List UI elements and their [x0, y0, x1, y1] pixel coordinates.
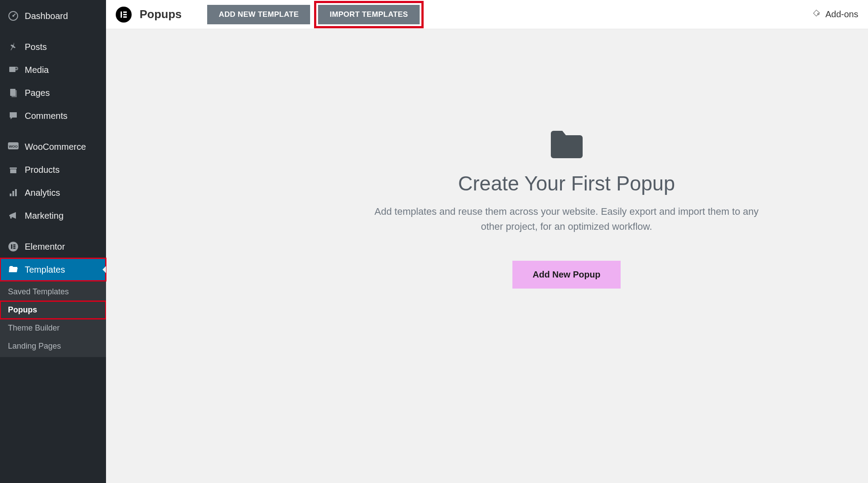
svg-rect-5	[17, 68, 18, 69]
sidebar-item-label: Posts	[25, 42, 47, 52]
sidebar-item-label: Analytics	[25, 188, 60, 198]
svg-point-3	[15, 67, 18, 70]
sidebar-submenu: Saved Templates Popups Theme Builder Lan…	[0, 281, 106, 357]
sidebar-sub-label: Theme Builder	[8, 323, 60, 332]
sidebar-sub-theme-builder[interactable]: Theme Builder	[0, 319, 106, 337]
sidebar-sub-popups[interactable]: Popups	[0, 301, 106, 319]
svg-rect-21	[123, 11, 127, 13]
sidebar-item-posts[interactable]: Posts	[0, 35, 106, 58]
elementor-logo-icon	[116, 7, 132, 23]
sidebar-sub-label: Popups	[8, 305, 37, 314]
sidebar-item-label: WooCommerce	[25, 142, 86, 152]
sidebar-item-label: Elementor	[25, 242, 65, 252]
sidebar-item-woocommerce[interactable]: WOO WooCommerce	[0, 135, 106, 158]
woocommerce-icon: WOO	[7, 141, 19, 153]
svg-rect-4	[15, 68, 16, 69]
sidebar-item-label: Templates	[25, 265, 65, 275]
svg-rect-11	[10, 169, 16, 173]
sidebar-item-products[interactable]: Products	[0, 158, 106, 181]
pin-icon	[7, 41, 19, 53]
folder-icon	[368, 131, 766, 158]
svg-rect-19	[13, 248, 15, 249]
svg-rect-13	[12, 191, 14, 196]
content-area: Create Your First Popup Add templates an…	[106, 29, 868, 483]
sidebar-item-elementor[interactable]: Elementor	[0, 235, 106, 258]
svg-rect-23	[123, 16, 127, 18]
svg-rect-14	[15, 189, 17, 196]
sidebar-item-label: Marketing	[25, 211, 64, 221]
sidebar-item-label: Comments	[25, 111, 68, 121]
svg-rect-18	[13, 246, 15, 247]
elementor-icon	[7, 240, 19, 253]
svg-rect-20	[121, 11, 122, 18]
main-area: Popups ADD NEW TEMPLATE IMPORT TEMPLATES…	[106, 0, 868, 483]
comment-icon	[7, 110, 19, 122]
sidebar-item-marketing[interactable]: Marketing	[0, 204, 106, 227]
dashboard-icon	[7, 10, 19, 22]
sidebar-item-label: Products	[25, 165, 60, 175]
topbar: Popups ADD NEW TEMPLATE IMPORT TEMPLATES…	[106, 0, 868, 29]
marketing-icon	[7, 209, 19, 222]
svg-rect-16	[11, 244, 12, 249]
sidebar-item-comments[interactable]: Comments	[0, 104, 106, 127]
sidebar-item-analytics[interactable]: Analytics	[0, 181, 106, 204]
sidebar-sub-label: Landing Pages	[8, 342, 61, 350]
sidebar-item-pages[interactable]: Pages	[0, 81, 106, 104]
svg-rect-12	[10, 194, 11, 196]
import-templates-button[interactable]: IMPORT TEMPLATES	[318, 5, 419, 24]
sidebar-sub-landing-pages[interactable]: Landing Pages	[0, 337, 106, 355]
sidebar-sub-label: Saved Templates	[8, 287, 69, 296]
svg-text:WOO: WOO	[9, 145, 18, 148]
sidebar-item-label: Dashboard	[25, 11, 68, 21]
media-icon	[7, 64, 19, 76]
addons-link[interactable]: Add-ons	[811, 8, 859, 20]
svg-rect-7	[11, 90, 17, 97]
pages-icon	[7, 87, 19, 99]
admin-sidebar: Dashboard Posts Media Pages Comments WOO…	[0, 0, 106, 483]
page-title: Popups	[140, 8, 182, 21]
add-new-popup-button[interactable]: Add New Popup	[512, 261, 621, 289]
sidebar-item-templates[interactable]: Templates	[0, 258, 106, 281]
svg-rect-22	[123, 14, 127, 15]
svg-point-1	[12, 15, 14, 17]
hero-title: Create Your First Popup	[368, 171, 766, 195]
sidebar-item-label: Media	[25, 65, 49, 75]
addons-label: Add-ons	[826, 9, 859, 19]
empty-state: Create Your First Popup Add templates an…	[368, 131, 766, 289]
sidebar-item-label: Pages	[25, 88, 50, 98]
hero-description: Add templates and reuse them across your…	[368, 204, 766, 234]
sidebar-sub-saved-templates[interactable]: Saved Templates	[0, 283, 106, 301]
svg-rect-2	[9, 67, 15, 72]
sidebar-item-media[interactable]: Media	[0, 58, 106, 81]
svg-rect-17	[13, 244, 15, 246]
products-icon	[7, 164, 19, 176]
folder-open-icon	[7, 263, 19, 276]
addons-icon	[811, 8, 821, 20]
sidebar-item-dashboard[interactable]: Dashboard	[0, 4, 106, 27]
analytics-icon	[7, 186, 19, 199]
svg-rect-10	[10, 167, 17, 169]
add-new-template-button[interactable]: ADD NEW TEMPLATE	[207, 5, 310, 24]
